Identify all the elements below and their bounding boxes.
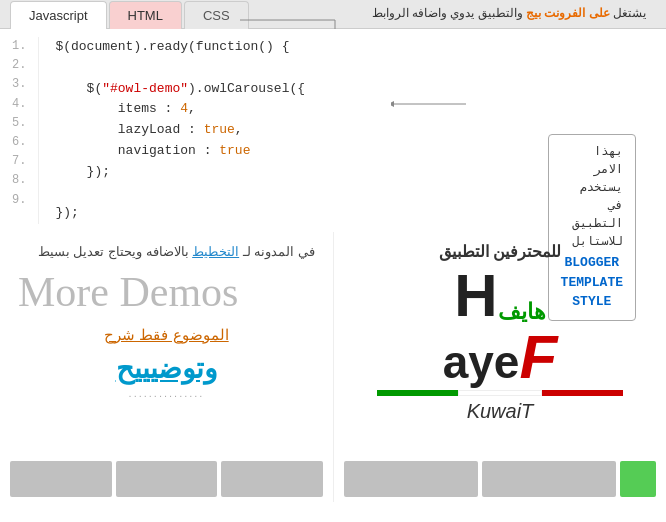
page-wrapper: Javascript HTML CSS يشتغل على الفرونت بي… bbox=[0, 0, 666, 522]
grey-bar-2 bbox=[116, 461, 218, 497]
h-letter: H bbox=[454, 262, 497, 329]
flag-red bbox=[542, 390, 623, 396]
kuwait-text: KuwaiT bbox=[346, 400, 654, 423]
line-num-7: 7. bbox=[12, 152, 26, 171]
tab-html[interactable]: HTML bbox=[109, 1, 182, 29]
line-num-8: 8. bbox=[12, 171, 26, 190]
line-num-4: 4. bbox=[12, 95, 26, 114]
more-demos-title: More Demos bbox=[18, 267, 315, 317]
watosif-label: وتوضيييح bbox=[18, 352, 315, 385]
tab-annotation-text: يشتغل على الفرونت بيج والتطبيق يدوي واضا… bbox=[372, 6, 646, 20]
grey-bar-3 bbox=[221, 461, 323, 497]
code-line-1: $(document).ready(function() { bbox=[55, 37, 650, 58]
flag-white bbox=[458, 390, 541, 396]
flag-bar bbox=[377, 390, 623, 396]
bottom-left-panel: في المدونه لـ التخطيط بالاضافه ويحتاج تع… bbox=[0, 232, 333, 502]
annotation-arrow bbox=[391, 89, 471, 119]
code-area: Javascript HTML CSS يشتغل على الفرونت بي… bbox=[0, 0, 666, 232]
frontend-text: على الفرونت بيج bbox=[526, 6, 610, 20]
bottom-right-panel: للمحترفين التطبيق Hهايف ayeF KuwaiT bbox=[333, 232, 666, 502]
grey-bar-1 bbox=[10, 461, 112, 497]
line-num-9: 9. bbox=[12, 191, 26, 210]
bottom-area: في المدونه لـ التخطيط بالاضافه ويحتاج تع… bbox=[0, 232, 666, 502]
green-bar bbox=[620, 461, 656, 497]
dots-decoration: ............... bbox=[18, 387, 315, 399]
code-line-4: items : 4, bbox=[55, 99, 650, 120]
rtl-desc: في المدونه لـ التخطيط بالاضافه ويحتاج تع… bbox=[18, 244, 315, 259]
code-block: 1. 2. 3. 4. 5. 6. 7. 8. 9. $(document).r… bbox=[0, 29, 666, 232]
subtitle-rtl: الموضوع فقط شرح bbox=[18, 326, 315, 344]
takhtet-word: التخطيط bbox=[192, 244, 239, 259]
code-line-3: $("#owl-demo").owlCarousel({ bbox=[55, 79, 650, 100]
line-num-6: 6. bbox=[12, 133, 26, 152]
bottom-bars-right bbox=[344, 461, 656, 497]
for-pros-title: للمحترفين التطبيق bbox=[346, 242, 654, 261]
code-line-2 bbox=[55, 58, 650, 79]
f-letter: F bbox=[519, 322, 557, 391]
line-num-1: 1. bbox=[12, 37, 26, 56]
hayef-logo: Hهايف ayeF bbox=[346, 266, 654, 396]
aye-letters: aye bbox=[443, 336, 520, 388]
tab-javascript[interactable]: Javascript bbox=[10, 1, 107, 29]
tab-annotation: يشتغل على الفرونت بيج والتطبيق يدوي واضا… bbox=[372, 6, 646, 20]
line-num-2: 2. bbox=[12, 56, 26, 75]
flag-green bbox=[377, 390, 458, 396]
arabic-in-logo: هايف bbox=[498, 299, 546, 324]
tabs-bar: Javascript HTML CSS يشتغل على الفرونت بي… bbox=[0, 0, 666, 29]
line-num-3: 3. bbox=[12, 75, 26, 94]
grey-bar-r2 bbox=[482, 461, 616, 497]
line-num-5: 5. bbox=[12, 114, 26, 133]
bottom-bars-left bbox=[10, 461, 323, 497]
line-numbers: 1. 2. 3. 4. 5. 6. 7. 8. 9. bbox=[0, 37, 39, 224]
grey-bar-r1 bbox=[344, 461, 478, 497]
